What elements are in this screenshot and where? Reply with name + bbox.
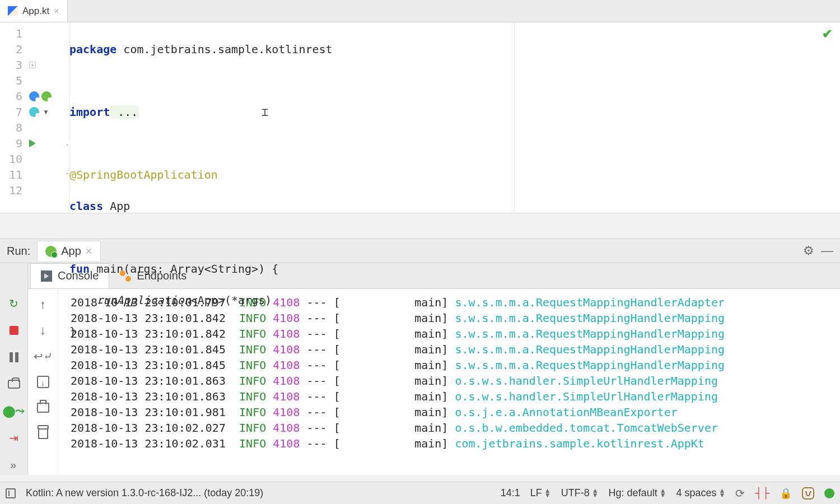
spring-bean-gutter-icon[interactable]	[29, 91, 39, 101]
editor-tab-filename: App.kt	[22, 6, 49, 17]
code-text: <App>(*args)	[191, 293, 272, 307]
line-number: 6	[0, 88, 22, 104]
next-occurrence-icon[interactable]: ↓	[36, 324, 50, 337]
line-number: 11	[0, 167, 22, 183]
run-panel-label: Run:	[7, 245, 30, 258]
line-number: 1	[0, 26, 22, 41]
rerun-icon[interactable]: ↻	[7, 297, 21, 310]
clear-console-icon[interactable]	[36, 427, 50, 440]
code-editor[interactable]: ✔ ⌶ 1 2 3 5 6 7 8 9 10 11 12 + ▼ ⌄ ⌃	[0, 22, 840, 213]
log-line: 2018-10-13 23:10:01.981 INFO 4108 --- [ …	[71, 404, 840, 420]
console-toolbar: ↑ ↓ ↩⤶	[28, 289, 58, 475]
code-keyword: import	[69, 105, 110, 119]
indent-widget[interactable]: 4 spaces	[676, 487, 726, 499]
code-text: App	[103, 199, 130, 213]
kotlin-file-icon	[8, 6, 18, 16]
vcs-branch-widget[interactable]: Hg: default	[609, 487, 666, 499]
chevron-down-icon[interactable]: ▼	[43, 108, 49, 116]
fold-expand-icon[interactable]: +	[29, 62, 36, 68]
attach-debugger-icon[interactable]: ⬤⤳	[7, 404, 21, 418]
line-separator-widget[interactable]: LF	[530, 487, 551, 499]
line-number: 8	[0, 120, 22, 136]
readonly-lock-icon[interactable]: 🔒	[780, 487, 792, 500]
line-number: 2	[0, 41, 22, 57]
code-keyword: class	[69, 199, 103, 213]
spring-boot-icon	[45, 246, 57, 257]
caret-position[interactable]: 14:1	[501, 487, 520, 499]
folded-imports[interactable]: ...	[110, 105, 139, 119]
code-annotation: @SpringBootApplication	[69, 168, 218, 181]
log-line: 2018-10-13 23:10:02.031 INFO 4108 --- [ …	[71, 436, 840, 451]
console-icon	[41, 270, 52, 282]
status-bar: Kotlin: A new version 1.3.0-rc-168-IJ2..…	[0, 482, 840, 504]
gutter-icon-strip: + ▼ ⌄ ⌃	[27, 22, 69, 213]
soft-wrap-icon[interactable]: ↩⤶	[36, 349, 50, 363]
more-actions-icon[interactable]: »	[7, 458, 21, 472]
line-number: 7	[0, 104, 22, 120]
editor-tab-bar: App.kt ×	[0, 0, 840, 22]
previous-occurrence-icon[interactable]: ↑	[36, 298, 50, 311]
camera-dump-icon[interactable]	[7, 377, 21, 391]
code-call: runApplication	[96, 293, 191, 307]
code-text: main(args: Array<String>) {	[90, 262, 278, 276]
hg-status-icon[interactable]: ┤├	[755, 487, 769, 499]
pause-icon[interactable]	[7, 351, 21, 364]
sync-settings-icon[interactable]: ⟳	[735, 487, 745, 500]
code-area[interactable]: package com.jetbrains.sample.kotlinrest …	[69, 22, 840, 213]
code-keyword: fun	[69, 262, 90, 276]
code-text: }	[69, 325, 76, 338]
close-tab-icon[interactable]: ×	[54, 6, 59, 16]
line-number: 3	[0, 57, 22, 73]
inspector-face-icon[interactable]	[802, 487, 814, 500]
line-number: 9	[0, 136, 22, 151]
scroll-to-end-icon[interactable]	[36, 375, 50, 389]
run-action-toolbar: ↻ ⬤⤳ ⇥ »	[0, 289, 28, 475]
code-text: com.jetbrains.sample.kotlinrest	[116, 43, 332, 56]
log-line: 2018-10-13 23:10:02.027 INFO 4108 --- [ …	[71, 420, 840, 436]
code-indent	[69, 293, 96, 307]
encoding-widget[interactable]: UTF-8	[561, 487, 599, 499]
run-line-gutter-icon[interactable]	[29, 139, 36, 147]
exit-icon[interactable]: ⇥	[7, 431, 21, 445]
status-message[interactable]: Kotlin: A new version 1.3.0-rc-168-IJ2..…	[26, 487, 263, 499]
line-number: 10	[0, 151, 22, 167]
background-tasks-icon[interactable]	[824, 488, 834, 498]
code-keyword: package	[69, 43, 116, 56]
line-number-gutter: 1 2 3 5 6 7 8 9 10 11 12	[0, 22, 27, 213]
line-number: 5	[0, 73, 22, 88]
endpoints-icon	[120, 270, 131, 282]
spring-config-gutter-icon[interactable]	[41, 91, 52, 101]
stop-icon[interactable]	[7, 324, 21, 337]
kotlin-class-gutter-icon[interactable]	[29, 107, 39, 117]
toolwindow-toggle-icon[interactable]	[6, 488, 16, 498]
print-icon[interactable]	[36, 401, 50, 414]
editor-tab-app-kt[interactable]: App.kt ×	[0, 0, 68, 22]
line-number: 12	[0, 183, 22, 198]
